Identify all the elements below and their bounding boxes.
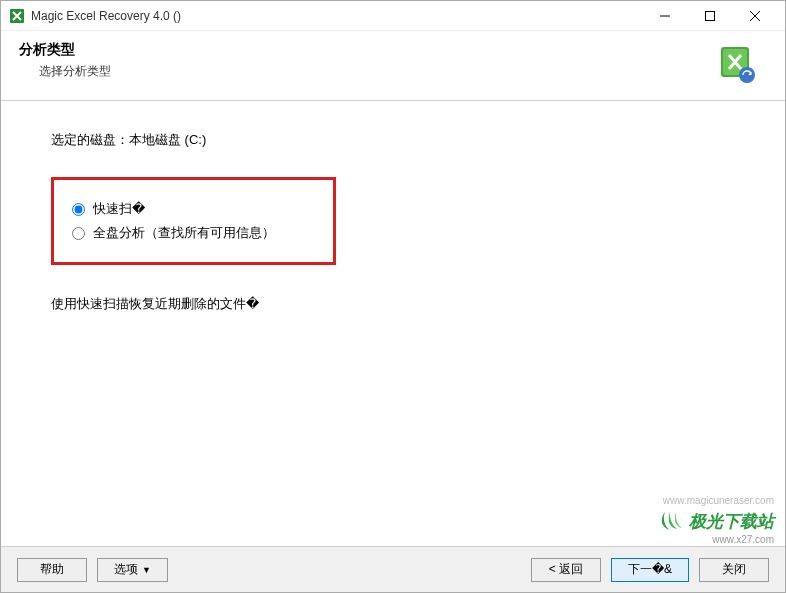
cancel-button[interactable]: 关闭 [699, 558, 769, 582]
svg-rect-2 [705, 11, 714, 20]
page-title: 分析类型 [19, 41, 715, 59]
quick-scan-option[interactable]: 快速扫� [72, 200, 315, 218]
full-scan-label: 全盘分析（查找所有可用信息） [93, 224, 275, 242]
excel-recovery-icon [715, 43, 757, 88]
chevron-down-icon: ▼ [142, 565, 151, 575]
bottom-toolbar: 帮助 选项 ▼ < 返回 下一�& 关闭 [1, 546, 785, 592]
minimize-button[interactable] [642, 2, 687, 30]
window-controls [642, 2, 777, 30]
right-button-group: < 返回 下一�& 关闭 [531, 558, 769, 582]
quick-scan-label: 快速扫� [93, 200, 145, 218]
close-button[interactable] [732, 2, 777, 30]
page-header: 分析类型 选择分析类型 [1, 31, 785, 101]
help-button[interactable]: 帮助 [17, 558, 87, 582]
full-scan-radio[interactable] [72, 227, 85, 240]
left-button-group: 帮助 选项 ▼ [17, 558, 168, 582]
titlebar: Magic Excel Recovery 4.0 () [1, 1, 785, 31]
window-title: Magic Excel Recovery 4.0 () [31, 9, 642, 23]
options-button-label: 选项 [114, 561, 138, 578]
page-subtitle: 选择分析类型 [39, 63, 715, 80]
scan-description: 使用快速扫描恢复近期删除的文件� [51, 295, 735, 313]
app-icon [9, 8, 25, 24]
maximize-button[interactable] [687, 2, 732, 30]
content-area: 选定的磁盘：本地磁盘 (C:) 快速扫� 全盘分析（查找所有可用信息） 使用快速… [1, 101, 785, 546]
back-button[interactable]: < 返回 [531, 558, 601, 582]
options-button[interactable]: 选项 ▼ [97, 558, 168, 582]
scan-options-highlight-box: 快速扫� 全盘分析（查找所有可用信息） [51, 177, 336, 265]
header-text: 分析类型 选择分析类型 [19, 41, 715, 80]
svg-point-7 [739, 67, 755, 83]
quick-scan-radio[interactable] [72, 203, 85, 216]
app-window: Magic Excel Recovery 4.0 () 分析类型 选择分析类型 [0, 0, 786, 593]
next-button[interactable]: 下一�& [611, 558, 689, 582]
selected-disk-label: 选定的磁盘：本地磁盘 (C:) [51, 131, 735, 149]
full-scan-option[interactable]: 全盘分析（查找所有可用信息） [72, 224, 315, 242]
